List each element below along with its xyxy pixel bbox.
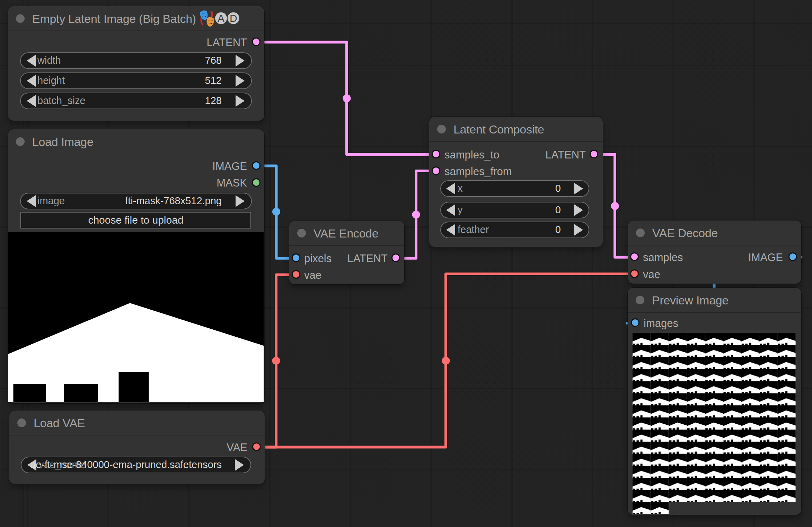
svg-text:D: D bbox=[230, 12, 237, 24]
svg-text:A: A bbox=[218, 12, 224, 24]
